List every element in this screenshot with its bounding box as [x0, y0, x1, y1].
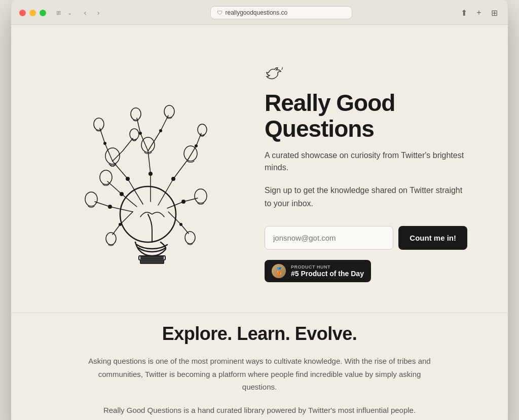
section-desc-1: Asking questions is one of the most prom…: [82, 355, 437, 394]
svg-point-23: [119, 223, 122, 226]
chevron-down-icon[interactable]: ⌄: [65, 9, 73, 17]
address-bar-wrap: 🛡 reallygoodquestions.co: [110, 6, 452, 19]
twitter-bird-icon: [265, 65, 467, 84]
browser-window: ⊞ ⌄ ‹ › 🛡 reallygoodquestions.co ⬆ + ⊞: [11, 0, 508, 420]
hero-subtitle: A curated showcase on curiosity from Twi…: [265, 149, 467, 174]
svg-point-18: [159, 129, 162, 132]
svg-point-25: [179, 223, 182, 226]
hero-section: Really Good Questions A curated showcase…: [11, 25, 508, 302]
svg-point-7: [85, 192, 97, 206]
grid-icon[interactable]: ⊞: [489, 7, 500, 18]
svg-point-15: [131, 108, 141, 120]
window-controls: ⊞ ⌄: [54, 9, 73, 17]
traffic-lights: [19, 10, 46, 16]
forward-button[interactable]: ›: [93, 7, 104, 18]
svg-point-17: [164, 105, 174, 118]
address-bar[interactable]: 🛡 reallygoodquestions.co: [210, 6, 352, 19]
section-desc-2: Really Good Questions is a hand curated …: [95, 404, 424, 417]
maximize-button[interactable]: [40, 10, 46, 16]
svg-point-14: [103, 142, 106, 145]
new-tab-icon[interactable]: +: [473, 7, 485, 18]
svg-point-19: [130, 129, 139, 140]
cta-button[interactable]: Count me in!: [398, 226, 467, 250]
product-hunt-badge[interactable]: 🥉 PRODUCT HUNT #5 Product of the Day: [265, 260, 371, 282]
lightbulb-illustration: [62, 72, 234, 265]
ph-label: PRODUCT HUNT: [291, 264, 364, 270]
hero-description: Sign up to get the knowledge shared on T…: [265, 184, 467, 210]
page-content: Really Good Questions A curated showcase…: [11, 25, 508, 420]
svg-point-8: [108, 205, 112, 209]
ph-rank: #5 Product of the Day: [291, 270, 364, 278]
svg-point-13: [94, 118, 104, 130]
sidebar-toggle-icon[interactable]: ⊞: [54, 9, 62, 17]
nav-arrows: ‹ ›: [80, 7, 104, 18]
svg-point-12: [181, 200, 186, 204]
share-icon[interactable]: ⬆: [458, 7, 469, 18]
ph-medal-icon: 🥉: [272, 264, 286, 278]
illustration-area: [52, 72, 244, 265]
hero-title: Really Good Questions: [265, 90, 467, 141]
lower-section: Explore. Learn. Evolve. Asking questions…: [11, 313, 508, 420]
svg-point-21: [195, 144, 198, 147]
svg-point-9: [100, 170, 112, 184]
svg-point-22: [106, 233, 116, 245]
svg-point-6: [171, 177, 175, 181]
email-input[interactable]: [265, 226, 393, 250]
svg-point-10: [120, 192, 124, 196]
svg-point-4: [126, 177, 130, 181]
browser-chrome: ⊞ ⌄ ‹ › 🛡 reallygoodquestions.co ⬆ + ⊞: [11, 0, 508, 25]
close-button[interactable]: [19, 10, 26, 16]
svg-point-20: [198, 124, 207, 135]
minimize-button[interactable]: [29, 10, 36, 16]
browser-actions: ⬆ + ⊞: [458, 7, 500, 18]
section-title: Explore. Learn. Evolve.: [52, 323, 467, 345]
svg-point-3: [149, 172, 153, 176]
svg-point-11: [195, 189, 207, 203]
shield-icon: 🛡: [217, 10, 223, 16]
url-text: reallygoodquestions.co: [226, 9, 288, 16]
signup-row: Count me in!: [265, 226, 467, 250]
hero-content: Really Good Questions A curated showcase…: [265, 55, 467, 282]
svg-point-16: [139, 132, 142, 135]
ph-text: PRODUCT HUNT #5 Product of the Day: [291, 264, 364, 278]
svg-point-24: [185, 232, 195, 244]
back-button[interactable]: ‹: [80, 7, 91, 18]
